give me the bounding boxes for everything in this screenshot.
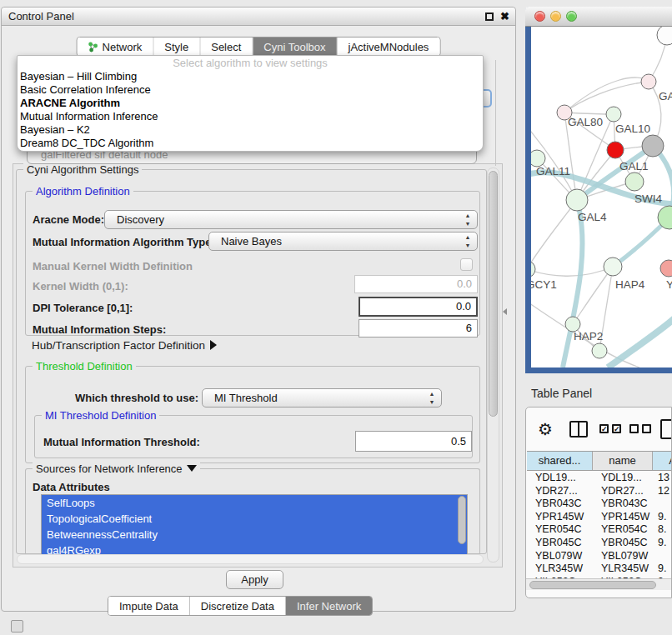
table-row[interactable]: YBR043CYBR043C bbox=[527, 498, 672, 511]
table-cell: YPR145W bbox=[593, 511, 653, 524]
node-label: GCY1 bbox=[531, 278, 557, 291]
settings-vertical-scrollbar[interactable] bbox=[487, 168, 499, 562]
manual-kernel-checkbox[interactable] bbox=[460, 258, 473, 271]
table-cell: 8. bbox=[653, 523, 672, 537]
table-row[interactable]: YDR27...YDR27...12 bbox=[527, 485, 672, 498]
tab-jactivemnodules[interactable]: jActiveMNodules bbox=[338, 38, 440, 56]
column-header[interactable]: A bbox=[653, 452, 672, 470]
combo-arrows-icon: ▲▼ bbox=[464, 212, 472, 228]
table-cell: 9. bbox=[653, 537, 672, 550]
control-panel-tabbar: NetworkStyleSelectCyni ToolboxjActiveMNo… bbox=[77, 37, 441, 57]
settings-scrollpane: Cyni Algorithm Settings Algorithm Defini… bbox=[13, 163, 503, 568]
table-cell: YER054C bbox=[527, 523, 593, 537]
node-label: GAL11 bbox=[536, 165, 570, 178]
select-all-columns-icon[interactable]: ✓✓ bbox=[599, 424, 621, 433]
aracne-mode-value: Discovery bbox=[117, 213, 164, 226]
tab-cyni-toolbox[interactable]: Cyni Toolbox bbox=[253, 38, 337, 56]
cyni-bottom-tabbar: Impute DataDiscretize DataInfer Network bbox=[108, 596, 373, 616]
gear-icon[interactable]: ⚙ bbox=[538, 419, 553, 439]
table-horizontal-scrollbar[interactable] bbox=[526, 578, 671, 590]
attribute-list-item[interactable]: BetweennessCentrality bbox=[42, 527, 467, 542]
list-scrollbar-thumb[interactable] bbox=[458, 496, 466, 544]
network-node[interactable] bbox=[592, 343, 607, 358]
algorithm-option[interactable]: Dream8 DC_TDC Algorithm bbox=[18, 137, 483, 150]
algorithm-option[interactable]: ARACNE Algorithm bbox=[18, 97, 483, 110]
algorithm-option[interactable]: Basic Correlation Inference bbox=[18, 83, 483, 97]
splitter-collapse-icon[interactable] bbox=[503, 308, 507, 315]
tab-network[interactable]: Network bbox=[78, 38, 154, 56]
algorithm-option[interactable]: Bayesian – Hill Climbing bbox=[18, 70, 483, 83]
network-window-titlebar[interactable] bbox=[525, 7, 672, 27]
node-label: GAL80 bbox=[568, 116, 603, 128]
attribute-list-item[interactable]: SelfLoops bbox=[42, 495, 467, 511]
table-cell bbox=[653, 498, 672, 511]
float-window-icon[interactable] bbox=[485, 12, 494, 21]
close-icon[interactable]: ✖ bbox=[500, 10, 509, 22]
settings-scrollbar-thumb[interactable] bbox=[489, 171, 498, 417]
network-node[interactable] bbox=[606, 107, 621, 122]
data-attributes-list: SelfLoopsTopologicalCoefficientBetweenne… bbox=[41, 494, 468, 556]
network-edge bbox=[531, 200, 577, 269]
mi-steps-label: Mutual Information Steps: bbox=[33, 323, 166, 336]
zoom-traffic-light-icon[interactable] bbox=[566, 11, 577, 22]
settings-horizontal-scrollbar[interactable] bbox=[17, 554, 484, 564]
table-cell: 13 bbox=[653, 472, 672, 485]
network-node[interactable] bbox=[531, 261, 535, 278]
table-row[interactable]: YBL079WYBL079W bbox=[527, 550, 672, 563]
collapsed-panel-button[interactable] bbox=[11, 620, 23, 632]
sources-group: Sources for Network Inference Data Attri… bbox=[25, 468, 480, 555]
columns-icon[interactable] bbox=[569, 421, 588, 438]
dpi-tolerance-field[interactable]: 0.0 bbox=[359, 297, 478, 317]
column-header[interactable]: shared... bbox=[527, 452, 593, 470]
table-row[interactable]: YBR045CYBR045C9. bbox=[527, 537, 672, 550]
tab-style[interactable]: Style bbox=[153, 38, 200, 56]
table-cell: 9. bbox=[653, 562, 672, 576]
column-header[interactable]: name bbox=[593, 452, 653, 470]
document-icon[interactable] bbox=[660, 419, 672, 439]
table-row[interactable]: YPR145WYPR145W9. bbox=[527, 511, 672, 524]
network-node[interactable] bbox=[657, 27, 672, 45]
mi-threshold-field[interactable]: 0.5 bbox=[355, 431, 472, 452]
network-node[interactable] bbox=[566, 189, 588, 211]
close-traffic-light-icon[interactable] bbox=[534, 11, 545, 22]
algorithm-option[interactable]: Mutual Information Inference bbox=[18, 110, 483, 123]
apply-button[interactable]: Apply bbox=[226, 570, 283, 589]
mi-type-select[interactable]: Naive Bayes ▲▼ bbox=[208, 232, 478, 251]
attribute-list-item[interactable]: TopologicalCoefficient bbox=[42, 511, 467, 527]
deselect-all-columns-icon[interactable] bbox=[629, 424, 651, 433]
collapse-down-icon bbox=[187, 465, 197, 472]
network-canvas[interactable]: GALGAL80GAL10GAL1GAL11SWI4GAL4GCY1HAP4YH… bbox=[531, 27, 672, 368]
algorithm-option[interactable]: Bayesian – K2 bbox=[18, 123, 483, 137]
mi-threshold-title: MI Threshold Definition bbox=[42, 409, 159, 422]
network-node[interactable] bbox=[642, 135, 664, 157]
table-cell: YBL079W bbox=[527, 550, 593, 563]
tab-select[interactable]: Select bbox=[200, 38, 253, 56]
table-row[interactable]: YLR345WYLR345W9. bbox=[527, 562, 672, 576]
tab-discretize-data[interactable]: Discretize Data bbox=[190, 597, 286, 615]
tab-label: jActiveMNodules bbox=[349, 41, 429, 53]
network-node[interactable] bbox=[604, 258, 622, 276]
kernel-width-field[interactable]: 0.0 bbox=[354, 275, 478, 293]
minimize-traffic-light-icon[interactable] bbox=[550, 11, 561, 22]
mi-steps-field[interactable]: 6 bbox=[359, 319, 478, 338]
network-node[interactable] bbox=[607, 142, 624, 158]
aracne-mode-select[interactable]: Discovery ▲▼ bbox=[104, 210, 478, 229]
network-node[interactable] bbox=[625, 172, 644, 191]
table-panel: ⚙ ✓✓ shared...nameA YDL19...YDL19...13YD… bbox=[525, 407, 672, 598]
network-node[interactable] bbox=[660, 260, 672, 277]
control-panel-titlebar[interactable]: Control Panel ✖ bbox=[2, 8, 515, 26]
which-threshold-select[interactable]: MI Threshold ▲▼ bbox=[202, 388, 442, 408]
expand-right-icon bbox=[210, 340, 217, 350]
table-scrollbar-thumb[interactable] bbox=[529, 581, 656, 589]
table-row[interactable]: YER054CYER054C8. bbox=[527, 523, 672, 537]
network-edge bbox=[564, 82, 649, 112]
hub-definition-expander[interactable]: Hub/Transcription Factor Definition bbox=[32, 339, 217, 352]
node-label: GAL1 bbox=[619, 160, 649, 172]
table-row[interactable]: YDL19...YDL19...13 bbox=[527, 472, 672, 485]
mi-type-label: Mutual Information Algorithm Type: bbox=[33, 236, 215, 248]
network-node[interactable] bbox=[531, 150, 545, 167]
tab-infer-network[interactable]: Infer Network bbox=[286, 597, 372, 615]
network-node[interactable] bbox=[641, 74, 656, 89]
tab-impute-data[interactable]: Impute Data bbox=[108, 597, 190, 615]
sources-title[interactable]: Sources for Network Inference bbox=[33, 462, 200, 475]
